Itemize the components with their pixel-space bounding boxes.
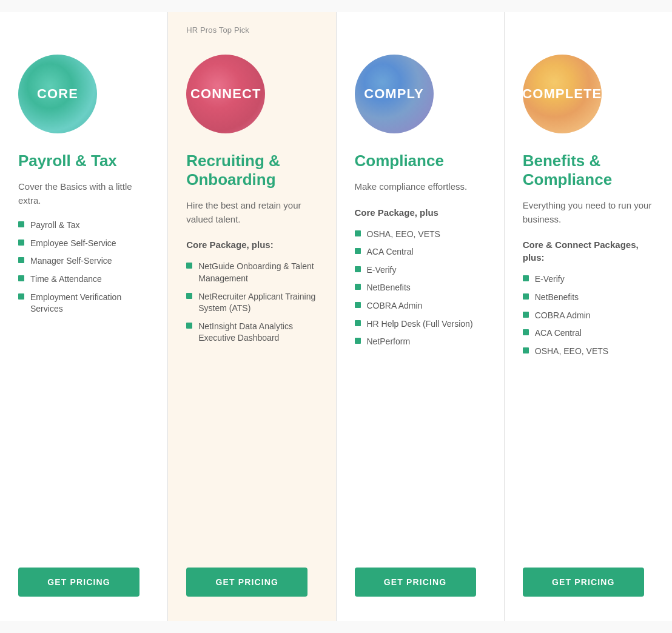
plan-circle-comply: COMPLY xyxy=(355,55,434,133)
feature-item: COBRA Admin xyxy=(355,300,486,312)
feature-item: OSHA, EEO, VETS xyxy=(523,346,654,358)
plan-desc-connect: Hire the best and retain your valued tal… xyxy=(186,199,317,226)
plan-content-core: Payroll & Tax Cover the Basics with a li… xyxy=(18,152,149,597)
feature-list-connect: NetGuide Onboarding & Talent ManagementN… xyxy=(186,261,317,549)
plan-desc-comply: Make compliance effortless. xyxy=(355,180,486,194)
plan-col-complete: COMPLETE Benefits & Compliance Everythin… xyxy=(505,12,672,621)
feature-item: NetPerform xyxy=(355,336,486,348)
feature-item: NetRecruiter Applicant Training System (… xyxy=(186,291,317,315)
feature-item: Payroll & Tax xyxy=(18,219,149,232)
package-label-connect: Core Package, plus: xyxy=(186,238,317,251)
plan-col-core: CORE Payroll & Tax Cover the Basics with… xyxy=(0,12,168,621)
get-pricing-button-core[interactable]: GET PRICING xyxy=(18,568,139,597)
plan-title-core: Payroll & Tax xyxy=(18,152,149,170)
feature-item: Employee Self-Service xyxy=(18,238,149,250)
feature-item: NetInsight Data Analytics Executive Dash… xyxy=(186,321,317,344)
plan-title-complete: Benefits & Compliance xyxy=(523,152,654,189)
package-label-complete: Core & Connect Packages, plus: xyxy=(523,238,654,264)
feature-item: Employment Verification Services xyxy=(18,292,149,315)
circle-label-connect: CONNECT xyxy=(190,86,261,102)
feature-item: ACA Central xyxy=(523,327,654,340)
plan-col-connect: HR Pros Top Pick CONNECT Recruiting & On… xyxy=(168,12,336,621)
featured-label: HR Pros Top Pick xyxy=(186,25,249,35)
get-pricing-button-complete[interactable]: GET PRICING xyxy=(523,568,644,597)
feature-list-comply: OSHA, EEO, VETSACA CentralE-VerifyNetBen… xyxy=(355,229,486,549)
circle-label-core: CORE xyxy=(37,86,78,102)
plan-desc-complete: Everything you need to run your business… xyxy=(523,199,654,226)
plan-circle-complete: COMPLETE xyxy=(523,55,602,133)
circle-label-comply: COMPLY xyxy=(364,86,424,102)
plan-title-comply: Compliance xyxy=(355,152,486,170)
feature-item: NetBenefits xyxy=(355,282,486,294)
package-label-comply: Core Package, plus xyxy=(355,206,486,219)
plan-title-connect: Recruiting & Onboarding xyxy=(186,152,317,189)
get-pricing-button-comply[interactable]: GET PRICING xyxy=(355,568,476,597)
plan-circle-connect: CONNECT xyxy=(186,55,265,133)
feature-item: E-Verify xyxy=(355,264,486,276)
circle-label-complete: COMPLETE xyxy=(522,86,602,102)
plan-content-comply: Compliance Make compliance effortless. C… xyxy=(355,152,486,597)
feature-item: Manager Self-Service xyxy=(18,255,149,267)
feature-item: COBRA Admin xyxy=(523,310,654,322)
feature-item: HR Help Desk (Full Version) xyxy=(355,318,486,330)
plan-desc-core: Cover the Basics with a little extra. xyxy=(18,180,149,207)
plan-content-connect: Recruiting & Onboarding Hire the best an… xyxy=(186,152,317,597)
plan-content-complete: Benefits & Compliance Everything you nee… xyxy=(523,152,654,597)
plan-circle-core: CORE xyxy=(18,55,97,133)
feature-item: ACA Central xyxy=(355,246,486,258)
pricing-container: CORE Payroll & Tax Cover the Basics with… xyxy=(0,12,672,621)
feature-list-core: Payroll & TaxEmployee Self-ServiceManage… xyxy=(18,219,149,549)
get-pricing-button-connect[interactable]: GET PRICING xyxy=(186,568,307,597)
plan-col-comply: COMPLY Compliance Make compliance effort… xyxy=(337,12,505,621)
feature-item: Time & Attendance xyxy=(18,273,149,286)
feature-list-complete: E-VerifyNetBenefitsCOBRA AdminACA Centra… xyxy=(523,273,654,549)
feature-item: NetBenefits xyxy=(523,292,654,304)
feature-item: NetGuide Onboarding & Talent Management xyxy=(186,261,317,284)
feature-item: OSHA, EEO, VETS xyxy=(355,229,486,241)
feature-item: E-Verify xyxy=(523,273,654,286)
